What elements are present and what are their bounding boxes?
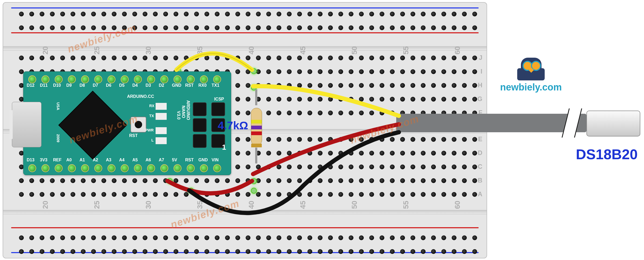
row-label: D xyxy=(478,150,482,156)
breadboard-hole xyxy=(462,69,467,74)
breadboard-hole xyxy=(318,151,323,156)
breadboard-hole xyxy=(410,249,415,254)
icsp-label: ICSP xyxy=(214,97,224,101)
breadboard-hole xyxy=(112,25,116,30)
breadboard-hole xyxy=(112,12,116,16)
column-label: 40 xyxy=(248,46,255,54)
led-rx-icon xyxy=(156,103,167,110)
nano-pin-d9 xyxy=(68,75,76,83)
breadboard-hole xyxy=(204,192,209,197)
breadboard-hole xyxy=(40,192,44,197)
breadboard-hole xyxy=(246,69,250,74)
breadboard-hole xyxy=(359,151,364,156)
breadboard-hole xyxy=(297,151,302,156)
breadboard-hole xyxy=(112,249,116,254)
breadboard-hole xyxy=(338,137,343,142)
breadboard-hole xyxy=(297,56,302,60)
breadboard-hole xyxy=(235,97,240,102)
breadboard-hole xyxy=(318,178,323,183)
breadboard-hole xyxy=(256,249,261,254)
tiepoint-col40-lower1 xyxy=(251,178,257,184)
breadboard-hole xyxy=(235,56,240,60)
breadboard-hole xyxy=(297,235,302,240)
breadboard-hole xyxy=(410,69,415,74)
breadboard-hole xyxy=(441,97,446,102)
breadboard-hole xyxy=(441,12,446,16)
breadboard-hole xyxy=(452,235,456,240)
breadboard-hole xyxy=(369,178,374,183)
breadboard-hole xyxy=(215,249,220,254)
nano-pin-label: D10 xyxy=(53,83,61,88)
nano-pin-label: RST xyxy=(185,158,194,162)
nano-pin-a0 xyxy=(68,164,76,172)
breadboard-hole xyxy=(349,69,353,74)
breadboard-hole xyxy=(215,25,220,30)
column-label: 50 xyxy=(351,46,358,54)
arduino-cc-label: ARDUINO.CC xyxy=(127,94,154,99)
rail-positive-top xyxy=(11,32,479,33)
breadboard-hole xyxy=(462,165,467,169)
breadboard-hole xyxy=(452,151,456,156)
breadboard-hole xyxy=(369,111,374,115)
breadboard-hole xyxy=(194,249,199,254)
breadboard-hole xyxy=(338,97,343,102)
breadboard-hole xyxy=(431,56,436,60)
breadboard-hole xyxy=(400,69,405,74)
nano-pin-label: D4 xyxy=(132,83,138,88)
breadboard-hole xyxy=(184,235,189,240)
breadboard-hole xyxy=(369,137,374,142)
breadboard-hole xyxy=(307,83,312,88)
breadboard-hole xyxy=(256,165,261,169)
breadboard-hole xyxy=(369,12,374,16)
breadboard-hole xyxy=(307,12,312,16)
nano-pin-d11 xyxy=(41,75,49,83)
breadboard-hole xyxy=(307,165,312,169)
breadboard-hole xyxy=(441,178,446,183)
breadboard-hole xyxy=(462,97,467,102)
breadboard-hole xyxy=(277,25,281,30)
breadboard-hole xyxy=(91,56,96,60)
breadboard-hole xyxy=(307,56,312,60)
breadboard-hole xyxy=(318,97,323,102)
breadboard-hole xyxy=(225,12,230,16)
breadboard-hole xyxy=(297,69,302,74)
breadboard-hole xyxy=(215,192,220,197)
breadboard-hole xyxy=(225,249,230,254)
breadboard-hole xyxy=(297,83,302,88)
breadboard-hole xyxy=(266,165,271,169)
column-label: 50 xyxy=(351,201,358,209)
breadboard-hole xyxy=(266,178,271,183)
breadboard-hole xyxy=(338,192,343,197)
breadboard-hole xyxy=(153,56,158,60)
breadboard-hole xyxy=(421,69,426,74)
pin-row-bottom: D133V3REFA0A1A2A3A4A5A6A75VRSTGNDVIN xyxy=(28,164,226,171)
breadboard-hole xyxy=(287,151,292,156)
breadboard-hole xyxy=(441,69,446,74)
breadboard-hole xyxy=(328,151,333,156)
breadboard-hole xyxy=(40,178,44,183)
breadboard-hole xyxy=(472,192,477,197)
reset-button[interactable] xyxy=(130,117,146,133)
breadboard-hole xyxy=(390,249,395,254)
nano-pin-rst xyxy=(187,75,195,83)
breadboard-hole xyxy=(328,235,333,240)
nano-pin-label: GND xyxy=(172,83,181,88)
breadboard-hole xyxy=(112,178,116,183)
breadboard-hole xyxy=(277,111,281,115)
nano-pin-d12 xyxy=(28,75,36,83)
nano-pin-gnd xyxy=(174,75,181,83)
breadboard-hole xyxy=(246,56,250,60)
breadboard-hole xyxy=(328,178,333,183)
breadboard-hole xyxy=(287,235,292,240)
brand-logo: newbiely.com xyxy=(497,58,565,93)
led-tx-icon xyxy=(156,113,167,120)
breadboard-hole xyxy=(297,249,302,254)
breadboard-hole xyxy=(318,25,323,30)
breadboard-hole xyxy=(441,56,446,60)
breadboard-hole xyxy=(410,178,415,183)
breadboard-hole xyxy=(246,192,250,197)
breadboard-hole xyxy=(421,56,426,60)
breadboard-hole xyxy=(380,178,384,183)
breadboard-hole xyxy=(431,151,436,156)
breadboard-hole xyxy=(71,12,75,16)
